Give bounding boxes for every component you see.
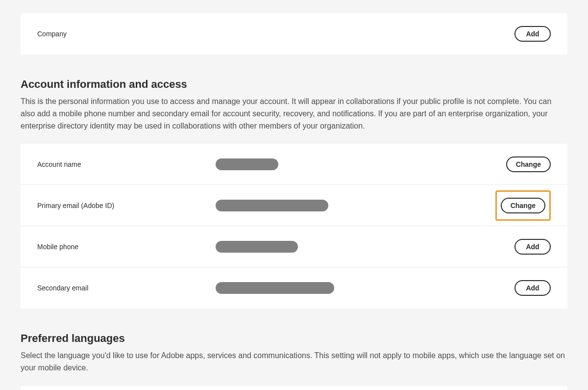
secondary-email-redacted — [216, 282, 334, 294]
primary-email-row: Primary email (Adobe ID) Change — [21, 185, 567, 226]
company-row: Company Add — [21, 13, 567, 54]
company-card: Company Add — [21, 13, 567, 54]
languages-card — [21, 386, 567, 390]
company-add-button[interactable]: Add — [514, 26, 551, 42]
languages-section-title: Preferred languages — [21, 332, 567, 345]
mobile-phone-value — [216, 241, 514, 253]
mobile-phone-redacted — [216, 241, 298, 253]
languages-section-description: Select the language you'd like to use fo… — [21, 350, 567, 374]
account-section-title: Account information and access — [21, 78, 567, 91]
mobile-phone-label: Mobile phone — [37, 243, 216, 251]
mobile-phone-add-button[interactable]: Add — [514, 239, 551, 255]
primary-email-highlight: Change — [495, 190, 551, 221]
secondary-email-label: Secondary email — [37, 284, 216, 292]
primary-email-change-button[interactable]: Change — [501, 198, 545, 213]
account-section-description: This is the personal information you use… — [21, 96, 567, 132]
primary-email-value — [216, 200, 495, 211]
account-name-label: Account name — [37, 160, 216, 168]
account-name-value — [216, 158, 506, 170]
account-name-row: Account name Change — [21, 144, 567, 185]
secondary-email-row: Secondary email Add — [21, 267, 567, 309]
primary-email-label: Primary email (Adobe ID) — [37, 202, 216, 209]
secondary-email-value — [216, 282, 514, 294]
account-name-redacted — [216, 158, 278, 170]
mobile-phone-row: Mobile phone Add — [21, 226, 567, 267]
company-label: Company — [37, 30, 216, 38]
primary-email-redacted — [216, 200, 328, 211]
account-name-change-button[interactable]: Change — [506, 156, 551, 172]
secondary-email-add-button[interactable]: Add — [514, 280, 551, 296]
account-info-card: Account name Change Primary email (Adobe… — [21, 144, 567, 309]
